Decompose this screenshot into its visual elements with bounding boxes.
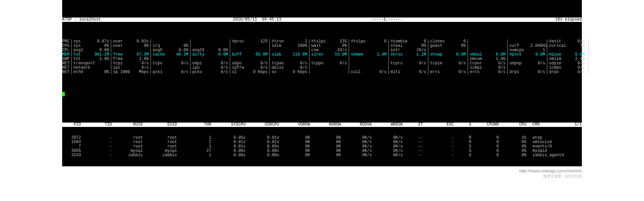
metric-name: shrss [391, 53, 412, 57]
sys-row-prc-0: PRC|sys0.07s|user0.03s|||#proc125|#trun2… [62, 39, 582, 44]
metric-value: 100% [293, 44, 307, 48]
metric-name: dirty [192, 53, 213, 57]
sys-seg: |guest0% [426, 44, 466, 48]
sys-row-net-7: NET|eth00%|sp 1000Mbps|pcki0/s|pcko0/s|s… [62, 70, 582, 74]
pipe-icon: | [228, 70, 232, 74]
col-rddsk: RDDSK [341, 123, 372, 127]
title-center: 2016/05/11 09:45:13 [192, 18, 322, 22]
sys-seg: | [466, 39, 506, 44]
pipe-icon: | [466, 70, 470, 74]
metric-name: drpo [549, 70, 570, 74]
metric-value: 0% [94, 70, 109, 74]
title-right: 10s elapsed [452, 18, 582, 22]
sys-seg: |drpi0/s [506, 70, 545, 74]
metric-name: so [272, 70, 293, 74]
cell-syscpu: 0.00s [211, 153, 246, 158]
cell-thr: 2 [177, 140, 211, 144]
metric-name: cache [153, 53, 174, 57]
sys-seg: |erro0/s [466, 70, 506, 74]
cell-tid: - [81, 149, 112, 153]
cell-cpunr: 0 [471, 149, 499, 153]
sys-seg: |tcprs0/s [387, 61, 426, 66]
col-syscpu: SYSCPU [211, 123, 246, 127]
metric-value: 116.6M [293, 53, 307, 57]
sys-seg: |user0% [109, 44, 149, 48]
metric-name: erri [430, 70, 451, 74]
metric-value: 0 [372, 39, 387, 44]
metric-value: 1.4M [372, 53, 387, 57]
col-tid: TID [81, 123, 112, 127]
cell-tid: - [81, 136, 112, 140]
cell-euid: zabbix [143, 153, 177, 158]
title-dashes: -----1------- [322, 18, 452, 22]
pipe-icon: | [268, 70, 272, 74]
cell-cpunr: 0 [471, 153, 499, 158]
sys-seg: |eth00% [70, 70, 109, 74]
title-left: ATOP - localhost [62, 18, 192, 22]
col-vgrow: VGROW [279, 123, 310, 127]
col-wrdsk: WRDSK [372, 123, 403, 127]
metric-value: 0/s [451, 61, 466, 66]
metric-value: 0.0M [213, 53, 228, 57]
title-bar: ATOP - localhost 2016/05/11 09:45:13 ---… [62, 18, 582, 22]
pipe-icon: | [506, 70, 510, 74]
metric-value: 0.0M [530, 53, 545, 57]
metric-value: 0/s [213, 70, 228, 74]
metric-name: tcpo [153, 61, 174, 66]
sys-seg: |so0 Kbps [268, 70, 307, 74]
metric-value: 0/s [412, 70, 426, 74]
cell-rgrow: 0K [310, 153, 341, 158]
metric-name: #tslpu [351, 39, 372, 44]
metric-value: 0/s [530, 70, 545, 74]
sys-seg: |tcpie0/s [426, 61, 466, 66]
process-header: PID TID RUID EUID THR SYSCPU USRCPU VGRO… [62, 123, 582, 127]
metric-value: 0/s [174, 61, 188, 66]
pipe-icon: | [188, 70, 192, 74]
metric-name: sp 1000 [113, 70, 134, 74]
metric-name: si [232, 70, 253, 74]
process-row[interactable]: 3243-zabbixzabbix10.00s0.00s0K0K0K/s0K/s… [62, 153, 582, 158]
sys-seg: | [307, 70, 347, 74]
metric-value: 0/s [570, 70, 585, 74]
cell-tid: - [81, 140, 112, 144]
sys-seg: |dirty0.0M [188, 53, 228, 57]
sys-seg: | [307, 66, 347, 70]
col-ruid: RUID [112, 123, 143, 127]
metric-value: 0/s [332, 61, 347, 66]
col-rgrow: RGROW [310, 123, 341, 127]
metric-value: 40.1M [174, 53, 188, 57]
col-page: 1/1 [572, 123, 582, 127]
metric-name: mlti [391, 70, 412, 74]
cell-thr: 1 [177, 153, 211, 158]
cell-exc: - [423, 149, 454, 153]
sys-seg: |coll0/s [347, 70, 387, 74]
sys-seg: |slab116.6M [268, 53, 307, 57]
cell-st: -- [403, 153, 423, 158]
cell-thr: 27 [177, 149, 211, 153]
cell-thr: 1 [177, 136, 211, 140]
atop-terminal[interactable]: ATOP - localhost 2016/05/11 09:45:13 ---… [62, 0, 582, 166]
metric-value: 0% [134, 44, 149, 48]
pipe-icon: | [347, 70, 351, 74]
sys-seg: |buff68.8M [228, 53, 268, 57]
cell-cpunr: 0 [471, 140, 499, 144]
col-st: ST [403, 123, 423, 127]
cell-cpu: 0% [499, 153, 526, 158]
col-cmd: CMD [532, 123, 572, 127]
cell-vgrow: 0K [279, 153, 310, 158]
metric-value: 0/s [372, 70, 387, 74]
metric-name: slrec [311, 53, 332, 57]
sys-seg: |tcppo0/s [307, 61, 347, 66]
sys-seg: |si0 Kbps [228, 70, 268, 74]
cell-tid: - [81, 153, 112, 158]
metric-name: #proc [232, 39, 253, 44]
sys-seg: |tcpo0/s [149, 61, 188, 66]
sys-seg: |curscal?% [545, 44, 585, 48]
metric-name: shswp [430, 53, 451, 57]
pipe-icon: | [307, 70, 311, 74]
sys-seg: | [347, 44, 387, 48]
metric-value: 0/s [412, 61, 426, 66]
metric-value: 125 [253, 39, 268, 44]
metric-name: tcprs [391, 61, 412, 66]
cell-cpunr: 0 [471, 144, 499, 149]
